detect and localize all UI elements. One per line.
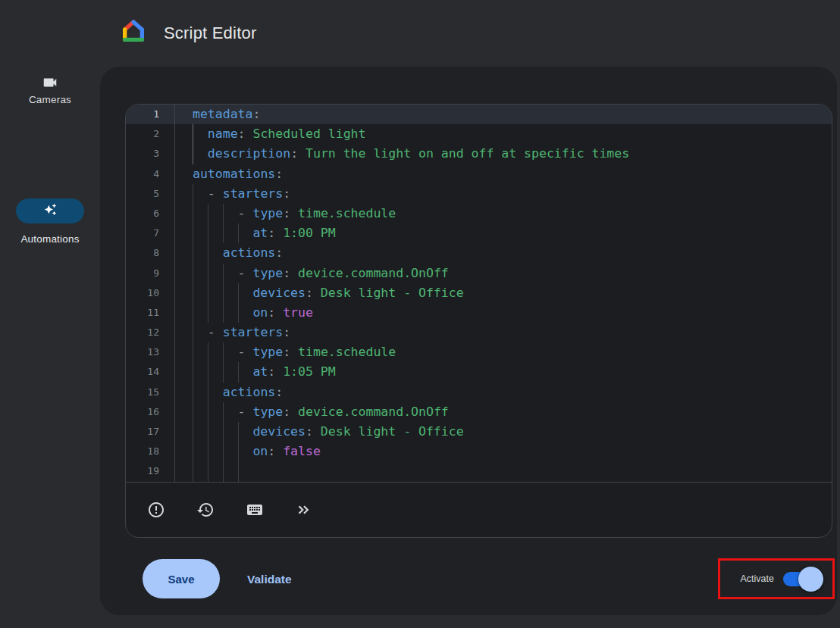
indent-guide: [193, 243, 208, 263]
indent-guide: [208, 383, 223, 402]
code-token: :: [268, 305, 275, 320]
code-line-14[interactable]: at: 1:05 PM: [176, 362, 832, 382]
indent-guide: [193, 362, 208, 382]
code-token: :: [268, 226, 275, 240]
code-token: Desk light - Office: [321, 286, 464, 300]
indent-guide: [223, 223, 238, 243]
toggle-knob: [798, 567, 823, 592]
code-token: at: [252, 226, 268, 240]
code-token: on: [252, 305, 268, 320]
code-line-15[interactable]: actions:: [176, 383, 832, 402]
history-icon[interactable]: [196, 501, 215, 519]
indent-guide: [193, 303, 208, 323]
code-token: automations: [193, 167, 275, 181]
code-token: -: [238, 266, 253, 280]
indent-guide: [193, 204, 208, 223]
code-token: [275, 444, 283, 458]
indent-guide: [208, 243, 223, 263]
indent-guide: [238, 283, 253, 303]
page-title: Script Editor: [164, 0, 256, 67]
indent-guide: [193, 461, 208, 481]
indent-guide: [208, 461, 223, 481]
code-token: :: [275, 245, 283, 260]
indent-guide: [223, 303, 238, 323]
sidebar-item-cameras[interactable]: Cameras: [0, 74, 100, 105]
sidebar-item-automations[interactable]: Automations: [0, 133, 100, 246]
error-icon[interactable]: [147, 501, 165, 519]
line-number: 15: [126, 383, 174, 402]
line-number: 8: [126, 243, 174, 263]
keyboard-icon[interactable]: [246, 501, 264, 519]
code-line-19[interactable]: [176, 461, 832, 481]
line-number: 18: [126, 442, 174, 461]
code-line-10[interactable]: devices: Desk light - Office: [176, 283, 832, 303]
code-token: :: [268, 444, 275, 458]
indent-guide: [223, 402, 238, 422]
indent-guide: [208, 303, 223, 323]
indent-guide: [193, 264, 208, 283]
code-token: :: [306, 424, 313, 439]
code-token: -: [208, 186, 223, 201]
code-token: type: [252, 206, 283, 220]
code-line-11[interactable]: on: true: [176, 303, 832, 323]
code-token: Turn the light on and off at specific ti…: [306, 146, 629, 161]
double-chevron-icon[interactable]: [295, 501, 313, 519]
indent-guide: [208, 442, 223, 461]
videocam-icon: [42, 74, 58, 94]
code-line-4[interactable]: automations:: [176, 164, 832, 184]
code-line-17[interactable]: devices: Desk light - Office: [176, 422, 832, 442]
code-token: true: [283, 305, 313, 320]
code-token: :: [306, 286, 313, 300]
code-token: :: [283, 345, 290, 359]
code-line-7[interactable]: at: 1:00 PM: [176, 223, 832, 243]
indent-guide: [193, 184, 208, 204]
code-line-13[interactable]: - type: time.schedule: [176, 342, 832, 362]
indent-guide: [238, 442, 253, 461]
validate-button[interactable]: Validate: [243, 570, 296, 589]
line-number: 3: [126, 144, 174, 164]
line-number: 11: [126, 303, 174, 323]
code-token: -: [208, 325, 223, 339]
code-line-9[interactable]: - type: device.command.OnOff: [176, 264, 832, 283]
yaml-code-editor[interactable]: 12345678910111213141516171819 metadata:n…: [125, 104, 832, 538]
code-token: device.command.OnOff: [298, 266, 449, 280]
indent-guide: [208, 264, 223, 283]
code-token: -: [238, 345, 253, 359]
code-line-12[interactable]: - starters:: [176, 323, 832, 342]
indent-guide: [223, 362, 238, 382]
indent-guide: [193, 223, 208, 243]
script-editor-app: Script Editor Cameras Automations: [0, 0, 840, 628]
code-line-3[interactable]: description: Turn the light on and off a…: [176, 144, 832, 164]
indent-guide: [223, 204, 238, 223]
code-token: :: [290, 146, 298, 161]
code-line-18[interactable]: on: false: [176, 442, 832, 461]
code-token: metadata: [193, 107, 252, 121]
save-button[interactable]: Save: [143, 559, 220, 598]
code-line-6[interactable]: - type: time.schedule: [176, 204, 832, 223]
code-line-16[interactable]: - type: device.command.OnOff: [176, 402, 832, 422]
code-line-5[interactable]: - starters:: [176, 184, 832, 204]
selected-pill: [16, 198, 84, 223]
activate-toggle[interactable]: [783, 572, 823, 586]
code-line-1[interactable]: metadata:: [176, 105, 832, 124]
indent-guide: [223, 461, 238, 481]
indent-guide: [238, 461, 253, 481]
code-token: -: [238, 206, 253, 220]
line-number: 19: [126, 461, 174, 481]
code-token: [275, 226, 283, 240]
code-token: [290, 345, 298, 359]
indent-guide: [193, 383, 208, 402]
indent-guide: [193, 402, 208, 422]
code-token: [275, 364, 283, 379]
code-token: [313, 424, 321, 439]
code-token: :: [283, 186, 290, 201]
code-line-2[interactable]: name: Scheduled light: [176, 124, 832, 144]
indent-guide: [193, 323, 208, 342]
code-token: [313, 286, 321, 300]
code-token: :: [275, 385, 283, 399]
code-token: devices: [252, 286, 306, 300]
code-line-8[interactable]: actions:: [176, 243, 832, 263]
line-number: 16: [126, 402, 174, 422]
code-token: actions: [223, 385, 276, 399]
code-token: starters: [223, 186, 283, 201]
